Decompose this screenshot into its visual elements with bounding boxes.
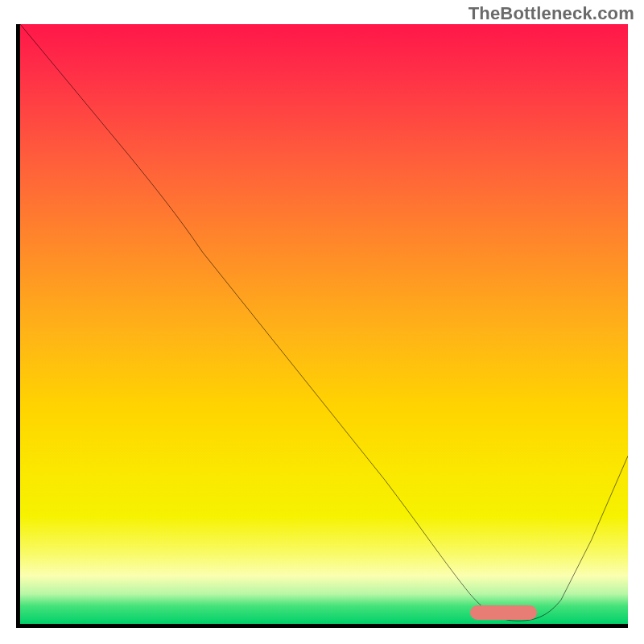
- curve-layer: [20, 24, 628, 624]
- plot-area: [16, 24, 628, 628]
- attribution-label: TheBottleneck.com: [469, 3, 634, 24]
- bottleneck-curve: [20, 24, 628, 621]
- optimal-range-indicator: [470, 605, 537, 620]
- chart-container: TheBottleneck.com: [0, 0, 644, 644]
